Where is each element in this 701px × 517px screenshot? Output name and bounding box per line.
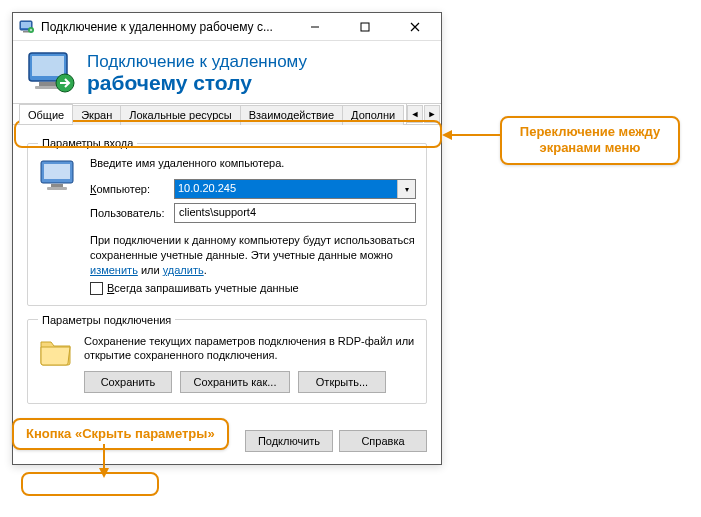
svg-rect-2 xyxy=(23,31,29,33)
maximize-icon xyxy=(360,22,370,32)
connect-button[interactable]: Подключить xyxy=(245,430,333,452)
tabs-row: Общие Экран Локальные ресурсы Взаимодейс… xyxy=(13,103,441,125)
svg-rect-7 xyxy=(32,56,64,76)
svg-rect-13 xyxy=(51,184,63,187)
login-prompt: Введите имя удаленного компьютера. xyxy=(90,157,416,169)
tab-experience[interactable]: Взаимодействие xyxy=(240,105,343,125)
annotation-hide-highlight xyxy=(21,472,159,496)
connection-legend: Параметры подключения xyxy=(38,314,175,326)
connection-text: Сохранение текущих параметров подключени… xyxy=(84,334,416,364)
svg-marker-16 xyxy=(442,130,452,140)
svg-rect-5 xyxy=(361,23,369,31)
svg-marker-18 xyxy=(99,468,109,478)
app-icon xyxy=(19,19,35,35)
monitor-icon xyxy=(38,157,80,199)
header-line2: рабочему столу xyxy=(87,72,307,94)
computer-label: Компьютер: xyxy=(90,183,168,195)
window-title: Подключение к удаленному рабочему с... xyxy=(41,20,287,34)
callout-hide-button: Кнопка «Скрыть параметры» xyxy=(12,418,229,450)
svg-rect-12 xyxy=(44,164,70,179)
user-field[interactable]: clients\support4 xyxy=(174,203,416,223)
login-legend: Параметры входа xyxy=(38,137,137,149)
minimize-icon xyxy=(310,22,320,32)
delete-credentials-link[interactable]: удалить xyxy=(163,264,204,276)
tab-general[interactable]: Общие xyxy=(19,104,73,124)
svg-rect-8 xyxy=(39,82,57,86)
svg-rect-14 xyxy=(47,187,67,190)
computer-combo[interactable]: 10.0.20.245 ▾ xyxy=(174,179,416,199)
login-group: Параметры входа Введите имя удаленного к… xyxy=(27,137,427,306)
tab-advanced[interactable]: Дополни xyxy=(342,105,404,125)
header-line1: Подключение к удаленному xyxy=(87,52,307,72)
help-button[interactable]: Справка xyxy=(339,430,427,452)
tab-scroll-left[interactable]: ◄ xyxy=(407,105,423,123)
credentials-note: При подключении к данному компьютеру буд… xyxy=(90,233,416,278)
tab-local-resources[interactable]: Локальные ресурсы xyxy=(120,105,240,125)
svg-rect-1 xyxy=(21,22,31,28)
always-ask-label: Всегда запрашивать учетные данные xyxy=(107,282,299,294)
always-ask-checkbox[interactable] xyxy=(90,282,103,295)
maximize-button[interactable] xyxy=(343,13,387,41)
minimize-button[interactable] xyxy=(293,13,337,41)
save-button[interactable]: Сохранить xyxy=(84,371,172,393)
folder-icon xyxy=(38,334,74,368)
rdp-logo-icon xyxy=(27,51,75,95)
open-button[interactable]: Открыть... xyxy=(298,371,386,393)
callout-tabs: Переключение между экранами меню xyxy=(500,116,680,165)
connection-group: Параметры подключения Сохранение текущих… xyxy=(27,314,427,405)
chevron-down-icon[interactable]: ▾ xyxy=(397,180,415,198)
tab-scroll-right[interactable]: ► xyxy=(424,105,440,123)
edit-credentials-link[interactable]: изменить xyxy=(90,264,138,276)
close-button[interactable] xyxy=(393,13,437,41)
user-label: Пользователь: xyxy=(90,207,168,219)
tab-display[interactable]: Экран xyxy=(72,105,121,125)
close-icon xyxy=(410,22,420,32)
computer-value: 10.0.20.245 xyxy=(175,180,397,198)
save-as-button[interactable]: Сохранить как... xyxy=(180,371,290,393)
